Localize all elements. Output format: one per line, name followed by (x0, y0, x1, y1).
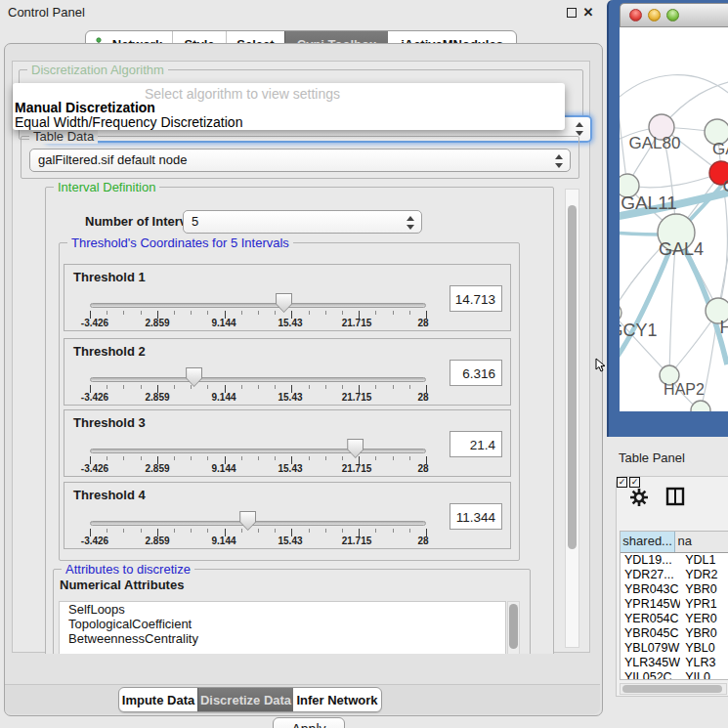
tab-infer-network[interactable]: Infer Network (293, 688, 381, 711)
attributes-group: Attributes to discretize Numerical Attri… (53, 569, 531, 654)
table-cell[interactable]: YBR0 (680, 582, 728, 597)
slider-thumb[interactable] (347, 439, 364, 458)
table-cell[interactable]: YER054C (621, 612, 680, 626)
table-data-legend: Table Data (29, 129, 98, 144)
tick-label: -3.426 (81, 463, 108, 474)
numerical-attributes-list[interactable]: SelfLoopsTopologicalCoefficientBetweenne… (59, 601, 506, 654)
slider-track[interactable] (90, 303, 426, 308)
threshold-label: Threshold 3 (73, 415, 146, 430)
threshold-value-field[interactable]: 6.316 (450, 360, 502, 386)
apply-button[interactable]: Apply (273, 717, 345, 728)
close-panel-button[interactable]: ✕ (581, 6, 595, 20)
table-data-combobox[interactable]: galFiltered.sif default node (29, 149, 571, 172)
tick-label: 15.43 (278, 318, 302, 328)
network-view-window: GAL80GALCGAL11GAL4GCY1HHAP2 (607, 0, 728, 437)
tick-label: 2.859 (145, 535, 169, 546)
table-cell[interactable]: YBR0 (680, 626, 728, 641)
tick-label: -3.426 (81, 535, 108, 546)
attributes-list-scrollbar[interactable] (507, 601, 520, 654)
slider-track[interactable] (90, 377, 426, 382)
tab-impute-data[interactable]: Impute Data (119, 688, 197, 711)
slider-thumb[interactable] (186, 367, 202, 387)
table-cell[interactable]: YIL052C (621, 670, 680, 680)
tick-label: -3.426 (81, 318, 108, 328)
mouse-cursor-icon (595, 358, 607, 373)
table-row[interactable]: YDR27...YDR2 (621, 568, 728, 582)
settings-scrollbar[interactable] (565, 189, 579, 648)
traffic-light-minimize-icon[interactable] (648, 9, 661, 21)
scrollbar-thumb[interactable] (509, 604, 518, 649)
slider-track[interactable] (90, 521, 426, 526)
number-of-intervals-combobox[interactable]: 5 (183, 210, 422, 234)
table-cell[interactable]: YDL19... (621, 553, 680, 568)
network-node[interactable] (691, 401, 710, 411)
table-cell[interactable]: YPR145W (621, 597, 680, 612)
tab-label: Impute Data (122, 693, 194, 707)
table-row[interactable]: YLR345WYLR3 (621, 656, 728, 670)
table-row[interactable]: YER054CYER0 (621, 612, 728, 626)
table-header-row: shared...na (621, 532, 728, 553)
network-node[interactable] (620, 303, 621, 322)
network-canvas[interactable]: GAL80GALCGAL11GAL4GCY1HHAP2 (620, 27, 728, 411)
combo-stepper-icon (406, 214, 414, 232)
float-window-button[interactable] (565, 6, 578, 20)
network-node-label: GCY1 (620, 321, 658, 340)
threshold-row: Threshold 1-3.4262.8599.14415.4321.71528… (64, 264, 511, 331)
table-cell[interactable]: YLR345W (621, 656, 680, 670)
network-window-titlebar[interactable] (620, 3, 728, 27)
slider-thumb-face (187, 368, 201, 386)
table-column-header[interactable]: shared... (621, 532, 675, 552)
slider-thumb-face (277, 294, 291, 312)
table-cell[interactable]: YER0 (680, 612, 728, 626)
tick-label: 9.144 (211, 318, 236, 328)
columns-icon[interactable] (665, 487, 685, 506)
threshold-value-field[interactable]: 21.4 (450, 431, 502, 457)
thresholds-group-legend: Threshold's Coordinates for 5 Intervals (67, 236, 293, 250)
table-panel-title: Table Panel (619, 450, 685, 465)
attribute-list-item[interactable]: SelfLoops (60, 602, 505, 617)
table-cell[interactable]: YDL1 (680, 553, 728, 568)
attribute-list-item[interactable]: TopologicalCoefficient (60, 617, 505, 631)
slider-track[interactable] (90, 449, 426, 453)
threshold-value-field[interactable]: 11.344 (450, 503, 502, 530)
table-row[interactable]: YIL052CYIL0 (621, 670, 728, 680)
table-row[interactable]: YBR043CYBR0 (621, 582, 728, 597)
gear-icon[interactable] (628, 487, 650, 508)
table-cell[interactable]: YIL0 (680, 670, 728, 680)
table-column-header[interactable]: na (675, 532, 728, 552)
scrollbar-thumb[interactable] (568, 205, 577, 549)
table-cell[interactable]: YLR3 (680, 656, 728, 670)
table-data-selected: galFiltered.sif default node (38, 152, 187, 167)
tab-label: Infer Network (296, 693, 377, 707)
traffic-light-zoom-icon[interactable] (666, 9, 679, 21)
table-cell[interactable]: YBR045C (621, 626, 680, 641)
table-cell[interactable]: YDR27... (621, 568, 680, 582)
table-row[interactable]: YBL079WYBL0 (621, 641, 728, 656)
slider-thumb[interactable] (239, 511, 256, 531)
network-node-label: HAP2 (664, 381, 705, 398)
tab-discretize-data[interactable]: Discretize Data (197, 688, 293, 711)
interval-definition-group: Interval Definition Number of Intervals … (45, 187, 554, 654)
table-cell[interactable]: YBL0 (680, 641, 728, 656)
tick-label: 28 (417, 535, 428, 546)
close-icon: ✕ (583, 5, 594, 20)
table-cell[interactable]: YBL079W (621, 641, 680, 656)
slider-thumb[interactable] (276, 293, 292, 313)
algorithm-option-manual[interactable]: Manual Discretization (15, 100, 155, 115)
app-root: Control Panel ✕ NetworkStyleSelectCyni T… (0, 0, 728, 728)
threshold-label: Threshold 4 (73, 488, 146, 502)
attribute-list-item[interactable]: BetweennessCentrality (60, 631, 505, 646)
table-cell[interactable]: YDR2 (680, 568, 728, 582)
table-row[interactable]: YDL19...YDL1 (621, 553, 728, 568)
traffic-light-close-icon[interactable] (629, 9, 642, 21)
table-cell[interactable]: YBR043C (621, 582, 680, 597)
threshold-value-field[interactable]: 14.713 (450, 285, 502, 312)
table-row[interactable]: YBR045CYBR0 (621, 626, 728, 641)
table-cell[interactable]: YPR1 (680, 597, 728, 612)
node-table[interactable]: shared...na YDL19...YDL1YDR27...YDR2YBR0… (620, 531, 728, 680)
tick-label: -3.426 (81, 392, 108, 403)
table-horizontal-scrollbar[interactable] (620, 683, 727, 695)
algorithm-option-equal-width[interactable]: Equal Width/Frequency Discretization (15, 114, 242, 130)
table-row[interactable]: YPR145WYPR1 (621, 597, 728, 612)
scrollbar-thumb[interactable] (622, 685, 722, 693)
